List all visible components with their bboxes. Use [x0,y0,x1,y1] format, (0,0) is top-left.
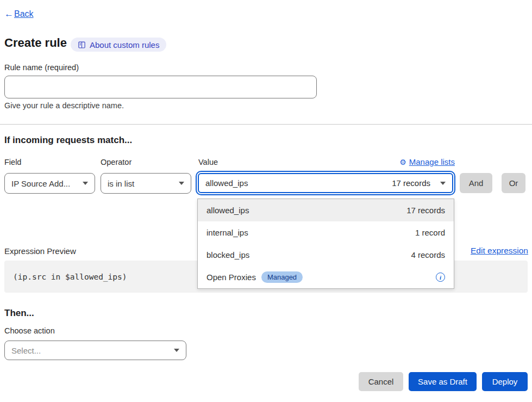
value-selected-count: 17 records [392,178,430,188]
operator-column-label: Operator [101,158,132,166]
deploy-button[interactable]: Deploy [482,372,528,391]
then-section-heading: Then... [4,308,34,319]
section-divider [0,124,532,125]
book-icon [78,41,86,49]
back-label: Back [14,9,34,19]
about-custom-rules-link[interactable]: About custom rules [71,38,166,52]
chevron-down-icon [440,182,446,185]
expression-preview-label: Expression Preview [4,246,76,256]
chevron-down-icon [179,182,184,185]
value-dropdown-panel: allowed_ips 17 records internal_ips 1 re… [197,199,454,289]
back-arrow-icon: ← [4,9,14,20]
list-item-name: allowed_ips [206,206,249,215]
gear-icon: ⚙ [399,158,406,166]
back-link[interactable]: ←Back [4,9,34,20]
edit-expression-link[interactable]: Edit expression [471,246,528,256]
operator-select[interactable]: is in list [101,173,191,194]
rule-name-helper: Give your rule a descriptive name. [4,101,124,110]
chevron-down-icon [83,182,88,185]
rule-name-input[interactable] [4,76,317,98]
manage-lists-label: Manage lists [409,157,455,166]
list-item-name: Open Proxies [206,273,256,282]
page-title: Create rule [4,36,67,50]
rule-name-label: Rule name (required) [4,63,79,72]
list-item-blocked-ips[interactable]: blocked_ips 4 records [198,244,454,266]
list-item-count: 4 records [411,250,445,259]
info-icon[interactable]: i [436,273,445,282]
value-selected-name: allowed_ips [205,178,392,188]
field-select[interactable]: IP Source Add... [4,173,95,194]
list-item-count: 1 record [415,228,445,237]
about-custom-rules-label: About custom rules [90,40,159,50]
and-button[interactable]: And [460,173,492,193]
value-combobox-focus-ring: allowed_ips 17 records [196,171,455,195]
value-column-label: Value [198,158,218,166]
list-item-allowed-ips[interactable]: allowed_ips 17 records [198,199,454,221]
field-column-label: Field [4,158,21,166]
manage-lists-link[interactable]: ⚙ Manage lists [399,157,455,166]
list-item-open-proxies[interactable]: Open Proxies Managed i [198,266,454,288]
action-select-placeholder: Select... [11,346,170,355]
match-section-heading: If incoming requests match... [4,135,132,146]
cancel-button[interactable]: Cancel [359,372,403,391]
chevron-down-icon [174,349,179,352]
operator-select-value: is in list [108,179,174,188]
list-item-count: 17 records [406,206,445,215]
list-item-internal-ips[interactable]: internal_ips 1 record [198,221,454,244]
managed-badge: Managed [261,271,303,283]
action-select[interactable]: Select... [4,341,186,360]
save-as-draft-button[interactable]: Save as Draft [409,372,477,391]
list-item-name: blocked_ips [206,250,249,259]
field-select-value: IP Source Add... [11,179,78,188]
or-button[interactable]: Or [502,173,525,193]
choose-action-label: Choose action [4,326,55,335]
value-combobox[interactable]: allowed_ips 17 records [198,173,453,193]
list-item-name: internal_ips [206,228,248,237]
expression-code: (ip.src in $allowed_ips) [13,273,127,281]
